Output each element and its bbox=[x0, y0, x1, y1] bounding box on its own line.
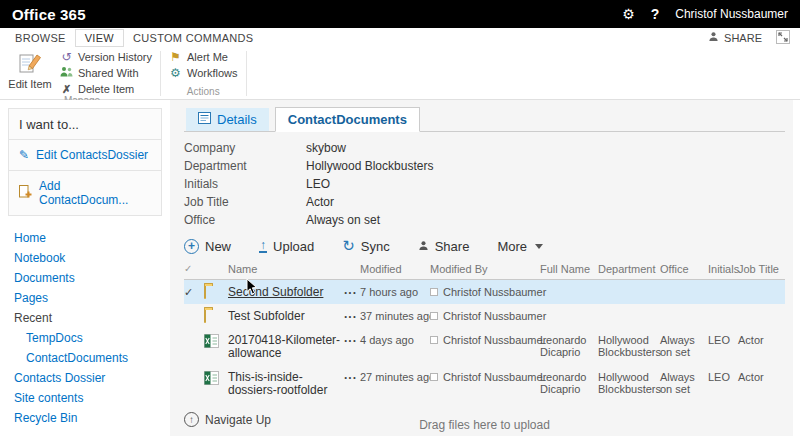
sync-button[interactable]: ↻ Sync bbox=[342, 239, 389, 254]
workflows-button[interactable]: ⚙ Workflows bbox=[169, 67, 238, 79]
excel-file-icon bbox=[204, 334, 228, 350]
ribbon-tab-view[interactable]: VIEW bbox=[75, 29, 124, 47]
field-label: Job Title bbox=[184, 195, 306, 209]
edit-contactsdossier-action[interactable]: ✎ Edit ContactsDossier bbox=[9, 139, 161, 170]
sidebar-item-documents[interactable]: Documents bbox=[14, 268, 170, 288]
ribbon-tab-strip: BROWSE VIEW CUSTOM COMMANDS SHARE bbox=[0, 28, 800, 47]
group-label-actions: Actions bbox=[163, 86, 244, 99]
header-department[interactable]: Department bbox=[598, 263, 660, 275]
help-icon[interactable]: ? bbox=[651, 6, 660, 22]
tab-details[interactable]: Details bbox=[186, 108, 269, 131]
header-modified[interactable]: Modified bbox=[360, 263, 430, 275]
item-name-link[interactable]: Test Subfolder bbox=[228, 310, 344, 323]
version-history-button[interactable]: ↺ Version History bbox=[60, 51, 152, 63]
header-initials[interactable]: Initials bbox=[708, 263, 738, 275]
ribbon-tab-browse[interactable]: BROWSE bbox=[6, 30, 75, 46]
add-contactdocument-action[interactable]: Add ContactDocum... bbox=[9, 170, 161, 215]
shared-with-button[interactable]: Shared With bbox=[60, 67, 152, 79]
contact-fields: Company skybow Department Hollywood Bloc… bbox=[184, 141, 785, 227]
table-header: ✓ Name Modified Modified By Full Name De… bbox=[184, 263, 785, 280]
ribbon-group-manage: Edit Item ↺ Version History Shared With … bbox=[6, 48, 158, 99]
share-person-icon bbox=[708, 31, 719, 44]
header-full-name[interactable]: Full Name bbox=[540, 263, 598, 275]
drag-files-hint: Drag files here to upload bbox=[184, 418, 785, 432]
upload-button[interactable]: ↑ Upload bbox=[259, 239, 314, 254]
sidebar-item-recycle-bin[interactable]: Recycle Bin bbox=[14, 408, 170, 428]
header-job-title[interactable]: Job Title bbox=[738, 263, 780, 275]
new-button[interactable]: + New bbox=[184, 239, 231, 254]
item-name-link[interactable]: Second Subfolder bbox=[228, 286, 344, 299]
field-label: Company bbox=[184, 141, 306, 155]
modified-by-cell: Christof Nussbaumer bbox=[430, 310, 540, 322]
shared-with-icon bbox=[60, 66, 73, 80]
sidebar-item-recent[interactable]: Recent bbox=[14, 308, 170, 328]
ellipsis-button[interactable]: ... bbox=[344, 371, 360, 380]
table-row[interactable]: ✓ Second Subfolder ... 7 hours ago Chris… bbox=[184, 280, 785, 304]
suite-bar-right: ⚙ ? Christof Nussbaumer bbox=[622, 6, 788, 22]
table-row[interactable]: Test Subfolder ... 37 minutes ago Christ… bbox=[184, 304, 785, 328]
header-name[interactable]: Name bbox=[228, 263, 344, 275]
upload-icon: ↑ bbox=[259, 240, 267, 253]
suite-bar: Office 365 ⚙ ? Christof Nussbaumer bbox=[0, 0, 800, 28]
field-value: skybow bbox=[306, 141, 785, 155]
sidebar-item-contacts-dossier[interactable]: Contacts Dossier bbox=[14, 368, 170, 388]
share-person-icon bbox=[418, 239, 429, 254]
sidebar-item-site-contents[interactable]: Site contents bbox=[14, 388, 170, 408]
modified-by-cell: Christof Nussbaumer bbox=[430, 334, 540, 346]
share-button[interactable]: SHARE bbox=[708, 31, 762, 44]
add-document-icon bbox=[19, 185, 32, 201]
delete-item-button[interactable]: ✗ Delete Item bbox=[60, 83, 152, 95]
ellipsis-button[interactable]: ... bbox=[344, 334, 360, 343]
item-name-link[interactable]: 20170418-Kilometer-allowance bbox=[228, 334, 344, 360]
ribbon-tab-custom-commands[interactable]: CUSTOM COMMANDS bbox=[124, 30, 262, 46]
excel-file-icon bbox=[204, 371, 228, 387]
field-label: Department bbox=[184, 159, 306, 173]
main-panel: Details ContactDocuments Company skybow … bbox=[170, 100, 793, 436]
item-name-link[interactable]: This-is-inside-dossiers-rootfolder bbox=[228, 371, 344, 397]
field-label: Office bbox=[184, 213, 306, 227]
table-row[interactable]: 20170418-Kilometer-allowance ... 4 days … bbox=[184, 328, 785, 365]
folder-icon bbox=[204, 285, 206, 299]
workflows-icon: ⚙ bbox=[169, 66, 182, 80]
details-tab-icon bbox=[198, 112, 211, 127]
row-check-icon[interactable]: ✓ bbox=[184, 286, 204, 299]
alert-me-button[interactable]: ⚑ Alert Me bbox=[169, 51, 238, 63]
office365-brand[interactable]: Office 365 bbox=[12, 6, 86, 23]
ribbon-group-actions: ⚑ Alert Me ⚙ Workflows Actions bbox=[163, 48, 244, 99]
edit-item-icon bbox=[18, 51, 42, 77]
pencil-icon: ✎ bbox=[19, 148, 29, 162]
sidebar-item-home[interactable]: Home bbox=[14, 228, 170, 248]
field-value: LEO bbox=[306, 177, 785, 191]
folder-icon bbox=[204, 309, 206, 323]
sidebar-item-pages[interactable]: Pages bbox=[14, 288, 170, 308]
settings-gear-icon[interactable]: ⚙ bbox=[622, 6, 635, 22]
table-row[interactable]: This-is-inside-dossiers-rootfolder ... 2… bbox=[184, 365, 785, 402]
header-office[interactable]: Office bbox=[660, 263, 708, 275]
ribbon-group-separator bbox=[160, 51, 161, 96]
sidebar-item-notebook[interactable]: Notebook bbox=[14, 248, 170, 268]
presence-indicator bbox=[430, 336, 438, 344]
ellipsis-button[interactable]: ... bbox=[344, 310, 360, 319]
navigate-up-button[interactable]: ↑ Navigate Up bbox=[184, 412, 271, 427]
i-want-to-title: I want to... bbox=[9, 109, 161, 139]
share-doc-button[interactable]: Share bbox=[418, 239, 470, 254]
more-menu-button[interactable]: More bbox=[497, 239, 543, 254]
focus-on-content-icon[interactable] bbox=[776, 30, 790, 46]
sidebar-item-tempdocs[interactable]: TempDocs bbox=[14, 328, 170, 348]
field-value: Actor bbox=[306, 195, 785, 209]
sync-icon: ↻ bbox=[342, 239, 355, 253]
presence-indicator bbox=[430, 288, 438, 296]
tab-contactdocuments[interactable]: ContactDocuments bbox=[275, 107, 420, 132]
user-menu[interactable]: Christof Nussbaumer bbox=[675, 7, 788, 21]
edit-item-button[interactable]: Edit Item bbox=[6, 48, 54, 95]
ellipsis-button[interactable]: ... bbox=[344, 286, 360, 295]
modified-cell: 37 minutes ago bbox=[360, 310, 430, 322]
chevron-down-icon bbox=[535, 244, 543, 249]
header-modified-by[interactable]: Modified By bbox=[430, 263, 540, 275]
sidebar-item-contactdocuments[interactable]: ContactDocuments bbox=[14, 348, 170, 368]
header-check-icon[interactable]: ✓ bbox=[184, 263, 204, 274]
version-history-icon: ↺ bbox=[60, 50, 73, 64]
new-icon: + bbox=[184, 239, 199, 254]
left-sidebar: I want to... ✎ Edit ContactsDossier Add … bbox=[0, 100, 170, 436]
modified-by-cell: Christof Nussbaumer bbox=[430, 371, 540, 383]
